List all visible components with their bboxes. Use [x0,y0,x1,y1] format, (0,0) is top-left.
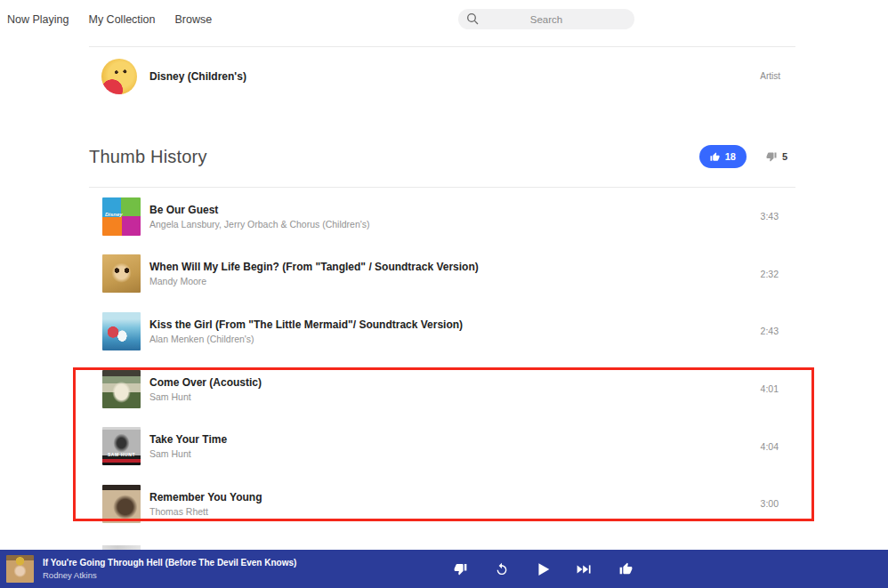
song-info: Take Your Time Sam Hunt [149,433,227,459]
album-art [102,370,141,408]
play-icon [533,560,553,579]
thumb-down-icon [766,151,777,162]
page-title: Thumb History [89,147,207,167]
song-info: Come Over (Acoustic) Sam Hunt [149,376,262,402]
song-title[interactable]: Kiss the Girl (From "The Little Mermaid"… [149,318,463,331]
song-duration: 3:00 [761,498,795,509]
player-bar: If You're Going Through Hell (Before The… [0,550,888,588]
search-icon [466,12,480,26]
thumb-up-icon [619,562,633,576]
player-controls [449,550,636,588]
replay-button[interactable] [491,559,513,580]
song-duration: 2:32 [761,269,795,279]
nav-now-playing[interactable]: Now Playing [7,13,69,26]
song-artist[interactable]: Sam Hunt [149,391,262,402]
thumbs-down-count: 5 [782,151,787,162]
song-title[interactable]: When Will My Life Begin? (From "Tangled"… [149,261,479,273]
search-bar[interactable] [458,9,634,29]
song-title[interactable]: Take Your Time [149,433,227,446]
song-title[interactable]: Come Over (Acoustic) [149,376,262,389]
song-row[interactable]: Remember You Young Thomas Rhett 3:00 [89,475,795,533]
song-duration: 4:01 [761,383,795,394]
artist-type-label: Artist [760,71,795,81]
thumbs-down-filter-button[interactable]: 5 [766,151,787,162]
now-playing-title[interactable]: If You're Going Through Hell (Before The… [43,558,296,568]
artist-name[interactable]: Disney (Children's) [149,70,246,83]
song-info: Be Our Guest Angela Lansbury, Jerry Orba… [149,204,370,230]
album-art [102,254,141,293]
song-title[interactable]: Be Our Guest [149,204,370,216]
song-row[interactable]: When Will My Life Begin? (From "Tangled"… [89,246,795,303]
album-art [102,485,141,523]
thumb-history-header: Thumb History 18 5 [89,144,795,169]
song-artist[interactable]: Mandy Moore [149,276,479,286]
thumb-up-icon [710,152,720,162]
song-row[interactable]: SAM HUNT Take Your Time Sam Hunt 4:04 [89,417,795,475]
artist-row[interactable]: Disney (Children's) Artist [89,46,795,105]
song-row[interactable]: Disney Be Our Guest Angela Lansbury, Jer… [89,188,795,246]
artist-avatar [101,59,137,94]
song-row[interactable]: Come Over (Acoustic) Sam Hunt 4:01 [89,360,795,418]
album-art-label: SAM HUNT [102,452,141,457]
search-input[interactable] [458,9,634,29]
replay-icon [495,562,509,576]
nav-items: Now Playing My Collection Browse [0,0,888,26]
thumb-down-icon [454,562,467,576]
thumb-history-list: Disney Be Our Guest Angela Lansbury, Jer… [89,188,795,552]
nav-browse[interactable]: Browse [175,13,213,26]
song-duration: 3:43 [761,211,795,222]
thumbs-up-filter-button[interactable]: 18 [699,145,747,168]
top-nav: Now Playing My Collection Browse [0,0,888,39]
album-art-label: Disney [105,212,123,217]
album-art: Disney [102,197,141,236]
now-playing-info: If You're Going Through Hell (Before The… [43,558,296,580]
skip-next-icon [577,563,592,576]
song-info: Remember You Young Thomas Rhett [149,491,262,517]
thumbs-up-count: 18 [725,151,736,162]
album-art: SAM HUNT [102,427,141,465]
song-info: When Will My Life Begin? (From "Tangled"… [149,261,479,286]
song-title[interactable]: Remember You Young [149,491,262,503]
now-playing-artist[interactable]: Rodney Atkins [43,570,296,580]
song-artist[interactable]: Angela Lansbury, Jerry Orbach & Chorus (… [149,219,370,230]
skip-button[interactable] [574,559,595,580]
thumb-counters: 18 5 [699,145,795,168]
app-window: Now Playing My Collection Browse Disney … [0,0,888,588]
song-artist[interactable]: Sam Hunt [149,448,227,459]
song-duration: 2:43 [761,326,795,336]
song-artist[interactable]: Thomas Rhett [149,506,262,517]
song-info: Kiss the Girl (From "The Little Mermaid"… [149,318,463,344]
main-content: Disney (Children's) Artist Thumb History… [89,46,795,552]
play-button[interactable] [532,559,553,580]
song-duration: 4:04 [761,441,795,452]
now-playing-album-art[interactable] [6,555,34,583]
thumb-up-button[interactable] [615,559,636,580]
song-artist[interactable]: Alan Menken (Children's) [149,334,463,344]
thumb-down-button[interactable] [449,559,471,580]
nav-my-collection[interactable]: My Collection [88,13,155,26]
song-row[interactable]: Kiss the Girl (From "The Little Mermaid"… [89,302,795,360]
album-art [102,312,141,350]
